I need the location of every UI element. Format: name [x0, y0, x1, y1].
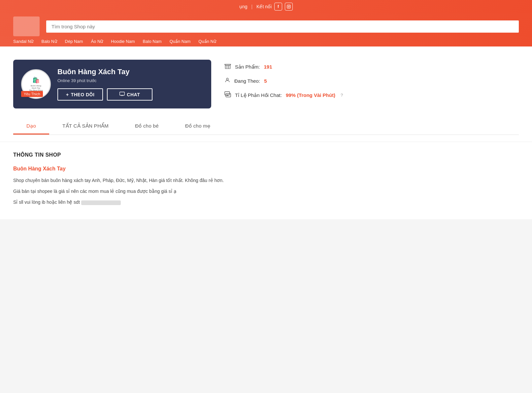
shop-description: Shop chuyên bán buôn hàng xách tay Anh, …: [13, 176, 519, 207]
shop-info-block: Buôn Hàng Xách Tay Online 39 phút trước …: [57, 68, 152, 101]
search-input[interactable]: [51, 24, 514, 29]
desc-line-2: Giá bán tại shopee là giá sỉ nên các mom…: [13, 187, 519, 196]
chat-rate-label: Tỉ Lệ Phản Hồi Chat:: [235, 92, 282, 98]
products-value: 191: [264, 64, 272, 70]
following-value: 5: [264, 78, 267, 84]
category-balo-nam[interactable]: Balo Nam: [143, 39, 162, 44]
following-label: Đang Theo:: [234, 78, 260, 84]
section-title: THÔNG TIN SHOP: [13, 152, 519, 158]
tab-dao[interactable]: Dạo: [13, 118, 49, 135]
svg-point-2: [289, 6, 290, 6]
stat-chat-rate: Tỉ Lệ Phản Hồi Chat: 99% (Trong Vài Phút…: [224, 91, 343, 99]
shop-name-highlight: Buôn Hàng Xách Tay: [13, 166, 519, 172]
category-sandal-nu[interactable]: Sandal Nữ: [13, 39, 33, 44]
category-ao-nu[interactable]: Áo Nữ: [91, 39, 103, 44]
chat-icon: [119, 92, 125, 97]
svg-rect-0: [287, 5, 290, 8]
blurred-phone: [81, 200, 121, 205]
main-content: 🛍️ Buôn HàngXách TayThe Best Price Buôn …: [0, 46, 532, 141]
plus-icon: +: [66, 92, 69, 97]
yeu-thich-badge: Yêu Thích: [21, 91, 43, 97]
shop-profile: 🛍️ Buôn HàngXách TayThe Best Price Buôn …: [13, 53, 519, 115]
stat-products: Sản Phẩm: 191: [224, 63, 343, 71]
shop-stats: Sản Phẩm: 191 Đang Theo: 5: [224, 60, 343, 99]
top-bar-divider: |: [251, 4, 252, 9]
search-area: [0, 13, 532, 36]
shop-actions: + THEO DÕI CHAT: [57, 88, 152, 101]
store-icon: [224, 63, 231, 71]
shop-logo-small: [13, 16, 40, 36]
tab-do-cho-be[interactable]: Đồ cho bé: [122, 118, 172, 135]
online-status: Online 39 phút trước: [57, 78, 152, 83]
chat-label: CHAT: [127, 92, 140, 97]
category-balo-nu[interactable]: Balo Nữ: [41, 39, 57, 44]
category-nav: Sandal Nữ Balo Nữ Dép Nam Áo Nữ Hoodie N…: [0, 36, 532, 46]
desc-line-1: Shop chuyên bán buôn hàng xách tay Anh, …: [13, 176, 519, 185]
search-wrapper: [46, 20, 519, 33]
top-bar-text: ụng: [239, 4, 248, 9]
stat-following: Đang Theo: 5: [224, 77, 343, 85]
shop-info-section: THÔNG TIN SHOP Buôn Hàng Xách Tay Shop c…: [0, 142, 532, 219]
follow-label: THEO DÕI: [71, 92, 95, 97]
tab-all-products[interactable]: TẤT CẢ SẢN PHẨM: [49, 118, 122, 135]
top-bar: ụng | Kết nối f: [0, 0, 532, 13]
svg-point-1: [288, 6, 289, 7]
tab-do-cho-me[interactable]: Đồ cho mẹ: [172, 118, 224, 135]
follow-button[interactable]: + THEO DÕI: [57, 88, 103, 101]
facebook-icon[interactable]: f: [274, 3, 282, 11]
category-dep-nam[interactable]: Dép Nam: [65, 39, 83, 44]
chat-rate-value: 99% (Trong Vài Phút): [286, 92, 335, 98]
shop-name: Buôn Hàng Xách Tay: [57, 68, 152, 76]
help-icon[interactable]: ?: [341, 93, 343, 98]
desc-line-3: Sỉ sll vui lòng ib hoặc liên hệ sdt: [13, 198, 519, 206]
products-label: Sản Phẩm:: [235, 64, 260, 70]
category-quan-nu[interactable]: Quần Nữ: [198, 39, 216, 44]
svg-point-4: [226, 78, 228, 80]
category-hoodie-nam[interactable]: Hoodie Nam: [111, 39, 135, 44]
tab-navigation: Dạo TẤT CẢ SẢN PHẨM Đồ cho bé Đồ cho mẹ: [13, 118, 519, 135]
user-icon: [224, 77, 230, 85]
connect-label: Kết nối: [256, 4, 272, 9]
category-quan-nam[interactable]: Quần Nam: [170, 39, 191, 44]
instagram-icon[interactable]: [285, 3, 293, 11]
chat-rate-icon: [224, 91, 231, 99]
shop-profile-card: 🛍️ Buôn HàngXách TayThe Best Price Buôn …: [13, 60, 211, 108]
chat-button[interactable]: CHAT: [107, 88, 152, 101]
